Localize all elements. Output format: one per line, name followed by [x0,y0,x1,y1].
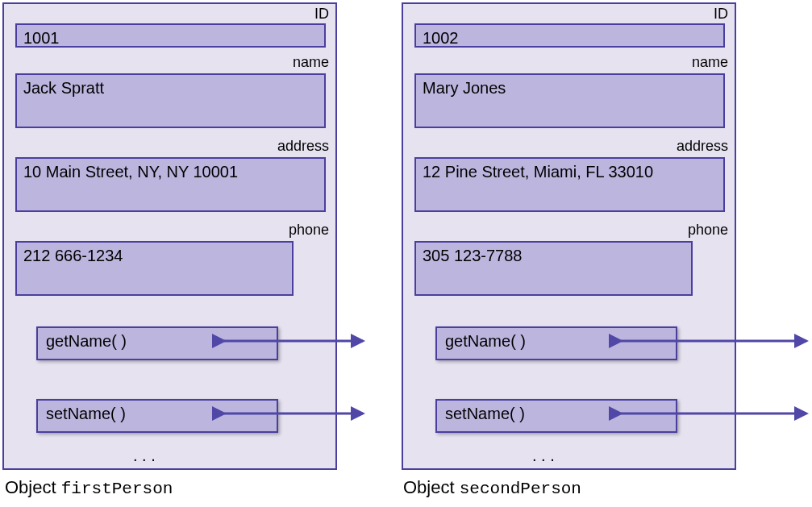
setName-method: setName( ) [36,399,278,433]
address-label: address [677,138,728,155]
id-field: 1001 [15,23,326,48]
object-prefix: Object [403,477,455,497]
object-varname: firstPerson [61,480,173,498]
object-box-firstPerson: ID 1001 name Jack Spratt address 10 Main… [2,2,337,470]
phone-field: 305 123-7788 [414,241,693,296]
caption-firstPerson: Object firstPerson [5,477,173,498]
address-field: 10 Main Street, NY, NY 10001 [15,157,326,212]
address-field: 12 Pine Street, Miami, FL 33010 [414,157,725,212]
phone-label: phone [289,222,329,239]
setName-method: setName( ) [435,399,677,433]
id-label: ID [714,6,728,23]
name-label: name [293,54,329,71]
address-label: address [277,138,329,155]
getName-method: getName( ) [435,326,677,360]
name-field: Jack Spratt [15,73,326,128]
ellipsis: . . . [532,447,555,465]
ellipsis: . . . [133,447,156,465]
phone-field: 212 666-1234 [15,241,294,296]
phone-label: phone [688,222,728,239]
object-box-secondPerson: ID 1002 name Mary Jones address 12 Pine … [402,2,736,470]
id-field: 1002 [414,23,725,48]
name-label: name [692,54,728,71]
object-varname: secondPerson [460,480,581,498]
id-label: ID [314,6,329,23]
name-field: Mary Jones [414,73,725,128]
caption-secondPerson: Object secondPerson [403,477,581,498]
object-prefix: Object [5,477,56,497]
object-diagram: ID 1001 name Jack Spratt address 10 Main… [0,0,812,507]
getName-method: getName( ) [36,326,278,360]
